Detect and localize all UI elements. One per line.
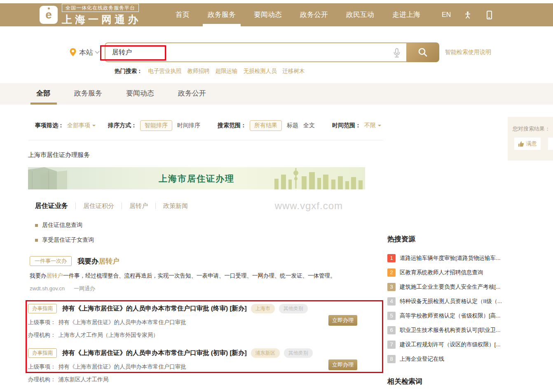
card-tab-policy-news[interactable]: 政策新闻 xyxy=(163,202,188,210)
sort-smart-chip[interactable]: 智能排序 xyxy=(140,120,172,131)
search-query-text: 居转户 xyxy=(105,48,132,57)
tab-news[interactable]: 要闻动态 xyxy=(126,83,154,105)
table-row: 办事指南 持有《上海市居住证》的人员申办本市常住户口审批 (初审) [新办] 浦… xyxy=(28,348,383,383)
guide-badge[interactable]: 办事指南 xyxy=(28,348,57,358)
hot-search-link[interactable]: 超限运输 xyxy=(216,68,238,75)
divider xyxy=(155,203,156,209)
satisfied-button[interactable]: 满意 xyxy=(514,138,541,150)
tab-gov-services[interactable]: 政务服务 xyxy=(74,83,102,105)
header-tools: EN xyxy=(442,10,494,19)
list-item[interactable]: 4特种设备无损检测人员资格认定（II级（... xyxy=(387,294,512,308)
one-thing-badge[interactable]: 一件事一次办 xyxy=(30,256,72,266)
sort-label: 排序方式： xyxy=(108,122,137,129)
divider xyxy=(75,203,76,209)
hot-search-link[interactable]: 无损检测人员 xyxy=(244,68,277,75)
rank-badge: 4 xyxy=(387,297,396,306)
hot-search-label: 热门搜索： xyxy=(115,68,143,75)
search-icon xyxy=(417,47,428,58)
service-card-tabs: 居住证业务 居住证积分 居转户 政策新闻 www.vgxf.com xyxy=(28,200,383,212)
main-column: 事项筛选： 全部事项 排序方式： 智能排序 时间排序 搜索范围： 所有结果 标题… xyxy=(28,120,383,392)
apply-now-button[interactable]: 立即办理 xyxy=(328,359,357,370)
hot-search-link[interactable]: 电子营业执照 xyxy=(148,68,182,75)
hot-search-row: 热门搜索： 电子营业执照 教师招聘 超限运输 无损检测人员 迁移树木 xyxy=(115,68,311,75)
list-item[interactable]: 1道路运输车辆年度审验[道路货物运输车... xyxy=(387,251,512,265)
site-header: e 全国一体化在线政务服务平台 上海一网通办 首页 政务服务 要闻动态 政务公开… xyxy=(0,3,553,26)
rank-badge: 1 xyxy=(387,254,396,262)
chevron-down-icon xyxy=(95,49,99,54)
rank-badge: 2 xyxy=(387,268,396,277)
apply-now-button[interactable]: 立即办理 xyxy=(328,315,357,326)
search-scope-label: 本站 xyxy=(79,48,93,57)
search-scope-picker[interactable]: 本站 xyxy=(69,48,99,57)
scope-fulltext-option[interactable]: 全文 xyxy=(303,122,315,129)
location-pin-icon xyxy=(69,48,77,57)
content: 事项筛选： 全部事项 排序方式： 智能排序 时间排序 搜索范围： 所有结果 标题… xyxy=(0,120,553,392)
result-title[interactable]: 持有《上海市居住证》的人员申办本市常住户口审批 (终审) [新办] xyxy=(62,304,247,313)
region-tag: 浦东新区 xyxy=(251,348,280,358)
hot-search-link[interactable]: 教师招聘 xyxy=(187,68,210,75)
service-group-title: 上海市居住证办理服务 xyxy=(28,151,383,159)
sort-time-option[interactable]: 时间排序 xyxy=(177,122,200,129)
nav-item-services[interactable]: 政务服务 xyxy=(199,3,245,26)
site-name: 上海一网通办 xyxy=(62,13,141,26)
nav-item-about-shanghai[interactable]: 走进上海 xyxy=(383,3,429,26)
nav-item-news[interactable]: 要闻动态 xyxy=(245,3,291,26)
region-tag: 上海市 xyxy=(251,304,275,313)
result-source: zwdt.sh.gov.cn一网通办 xyxy=(30,285,383,292)
search-input[interactable]: 居转户 xyxy=(105,42,406,62)
mobile-app-icon[interactable] xyxy=(485,10,494,19)
tab-all[interactable]: 全部 xyxy=(36,83,50,105)
one-thing-description: 我要办居转户一件事，经过梳理整合、流程再造后，实现一次告知、一表申请、一口受理、… xyxy=(30,272,383,280)
hot-search-link[interactable]: 迁移树木 xyxy=(283,68,305,75)
nav-item-interaction[interactable]: 政民互动 xyxy=(337,3,383,26)
list-item[interactable]: 8上海企业登记在线 xyxy=(387,352,512,366)
microphone-icon[interactable] xyxy=(393,48,401,60)
scope-title-option[interactable]: 标题 xyxy=(287,122,298,129)
nav-item-home[interactable]: 首页 xyxy=(166,3,199,26)
thumbs-up-icon xyxy=(518,141,524,147)
sidebar: 热搜资源 1道路运输车辆年度审验[道路货物运输车... 2区教育系统教师人才招聘… xyxy=(387,234,512,392)
site-logo-icon: e xyxy=(40,6,58,24)
related-terms: 相关检索词 关键词 热度 申办《居住证》 居住证积分 居住证办理 xyxy=(387,377,512,392)
result-title[interactable]: 持有《上海市居住证》的人员申办本市常住户口审批 (初审) [新办] xyxy=(62,349,247,357)
rank-badge: 3 xyxy=(387,283,396,291)
list-item[interactable]: 2区教育系统教师人才招聘信息查询 xyxy=(387,265,512,280)
list-item[interactable]: 7建设工程规划许可（设区的市级权限）[... xyxy=(387,337,512,352)
item-filter-dropdown[interactable]: 全部事项 xyxy=(67,122,96,129)
square-bullet-icon xyxy=(35,239,38,242)
search-section: 本站 居转户 智能检索使用说明 热门搜索： 电子营业执照 教师招聘 超限运输 无… xyxy=(0,26,553,83)
list-item[interactable]: 5高等学校教师资格认定（省级权限）[高... xyxy=(387,308,512,323)
card-tab-points[interactable]: 居住证积分 xyxy=(83,202,114,210)
time-range-label: 时间范围： xyxy=(332,122,361,129)
triangle-down-icon xyxy=(378,125,381,128)
item-filter-label: 事项筛选： xyxy=(35,122,64,129)
search-button[interactable] xyxy=(406,42,439,62)
banner-title: 上海市居住证办理 xyxy=(28,173,365,184)
guide-badge[interactable]: 办事指南 xyxy=(28,304,57,313)
unsatisfied-button-cutoff[interactable] xyxy=(548,138,553,150)
triangle-down-icon xyxy=(92,125,96,128)
list-item[interactable]: 居住证信息查询 xyxy=(35,222,383,229)
residence-permit-banner[interactable]: 上海市居住证办理 xyxy=(28,167,365,189)
tab-disclosure[interactable]: 政务公开 xyxy=(178,83,206,105)
search-feedback-panel: 您对搜索结果： 满意 xyxy=(508,117,553,161)
scope-all-chip[interactable]: 所有结果 xyxy=(250,120,282,131)
language-toggle-button[interactable]: EN xyxy=(442,11,451,19)
logo[interactable]: e 全国一体化在线政务服务平台 上海一网通办 xyxy=(40,4,141,26)
filters-row: 事项筛选： 全部事项 排序方式： 智能排序 时间排序 搜索范围： 所有结果 标题… xyxy=(28,120,383,131)
smart-search-help-link[interactable]: 智能检索使用说明 xyxy=(445,49,491,56)
square-bullet-icon xyxy=(35,224,38,227)
time-range-dropdown[interactable]: 不限 xyxy=(364,122,381,129)
card-tab-residence-permit[interactable]: 居住证业务 xyxy=(35,202,68,210)
list-item[interactable]: 6职业卫生技术服务机构资质认可[职业卫... xyxy=(387,323,512,337)
list-item[interactable]: 享受居住证子女查询 xyxy=(35,236,383,244)
list-item[interactable]: 3建筑施工企业主要负责人安全生产考核[... xyxy=(387,280,512,294)
divider xyxy=(122,203,122,209)
table-row: 办事指南 持有《上海市居住证》的人员申办本市常住户口审批 (终审) [新办] 上… xyxy=(28,304,383,339)
platform-label: 全国一体化在线政务服务平台 xyxy=(62,4,139,12)
accessibility-icon[interactable] xyxy=(463,10,472,19)
nav-item-disclosure[interactable]: 政务公开 xyxy=(291,3,337,26)
logo-text: 全国一体化在线政务服务平台 上海一网通办 xyxy=(62,4,141,26)
card-tab-hukou-transfer[interactable]: 居转户 xyxy=(129,202,148,210)
one-thing-title[interactable]: 我要办居转户 xyxy=(77,257,120,266)
